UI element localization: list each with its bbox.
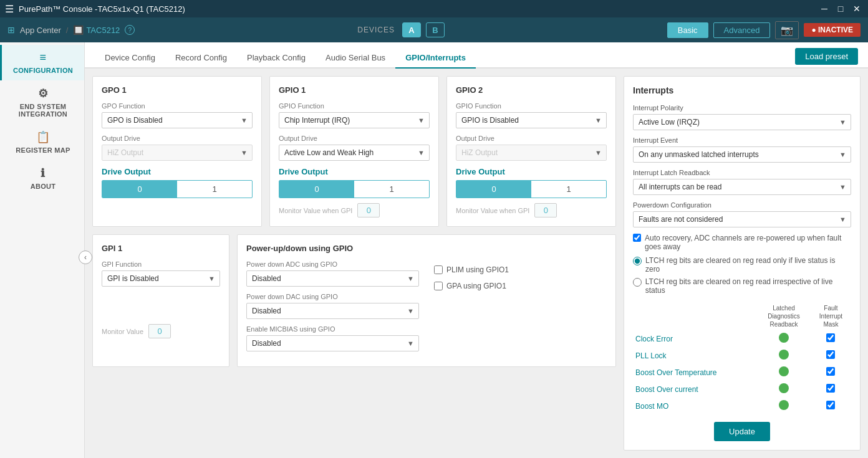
camera-button[interactable]: 📷: [775, 21, 799, 39]
gpio2-title: GPIO 2: [456, 85, 607, 95]
gpi1-function-select[interactable]: GPI is Disabled Power Down Control: [102, 270, 220, 287]
power-panel: Power-up/down using GPIO Power down ADC …: [237, 234, 616, 367]
inactive-button[interactable]: ● INACTIVE: [804, 23, 861, 37]
latch-label: Interrupt Latch Readback: [633, 169, 851, 176]
advanced-mode-button[interactable]: Advanced: [713, 22, 771, 38]
polarity-label: Interrupt Polarity: [633, 104, 851, 112]
gpa-checkbox[interactable]: [434, 282, 443, 290]
adc-label: Power down ADC using GPIO: [246, 260, 419, 268]
diag-row-check[interactable]: [811, 398, 851, 414]
breadcrumb-sep: /: [66, 26, 69, 35]
gpo1-title: GPO 1: [102, 85, 253, 95]
powerdown-select[interactable]: Faults are not considered Faults are con…: [633, 211, 851, 227]
sidebar-item-register-map[interactable]: 📋 REGISTER MAP: [0, 124, 84, 160]
radio1-input[interactable]: [633, 257, 642, 265]
radio2-row[interactable]: LTCH reg bits are cleared on reg read ir…: [633, 277, 851, 295]
close-button[interactable]: ✕: [851, 4, 863, 14]
event-select-wrap: On any unmasked latched interrupts On an…: [633, 146, 851, 163]
gpi1-monitor-row: Monitor Value 0: [102, 324, 220, 338]
gpi1-monitor-label: Monitor Value: [102, 328, 143, 335]
diag-row-check[interactable]: [811, 364, 851, 381]
gpio2-toggle-1[interactable]: 1: [531, 181, 606, 198]
micbias-select[interactable]: Disabled GPIO1 GPIO2: [246, 335, 419, 351]
adc-select[interactable]: Disabled GPIO1 GPIO2: [246, 270, 419, 287]
power-col-right: PLIM using GPIO1 GPA using GPIO1: [434, 260, 607, 358]
diag-checkbox[interactable]: [826, 333, 835, 342]
event-select[interactable]: On any unmasked latched interrupts On an…: [633, 146, 851, 163]
collapse-sidebar-button[interactable]: ‹: [79, 250, 92, 264]
gpio2-drive-output-label: Drive Output: [456, 167, 607, 176]
sidebar-item-about-label: ABOUT: [31, 183, 56, 190]
diag-row-check[interactable]: [811, 381, 851, 398]
gpo1-toggle-1[interactable]: 1: [177, 181, 252, 198]
tab-audio-serial-bus[interactable]: Audio Serial Bus: [316, 48, 395, 69]
polarity-select[interactable]: Active Low (IRQZ) Active High: [633, 114, 851, 130]
gpio1-monitor-value: 0: [357, 203, 380, 217]
gpo1-drive-select[interactable]: HiZ Output: [102, 145, 253, 161]
diagnostics-table: LatchedDiagnosticsReadback FaultInterrup…: [633, 302, 851, 414]
diag-row-check[interactable]: [811, 330, 851, 347]
tab-device-config[interactable]: Device Config: [95, 48, 165, 69]
app-center-link[interactable]: App Center: [20, 26, 61, 35]
tab-gpio-interrupts[interactable]: GPIO/Interrupts: [395, 48, 476, 69]
gpio2-function-select-wrap: GPIO is Disabled Chip Interrupt (IRQ) Dr…: [456, 112, 607, 128]
gpio2-function-select[interactable]: GPIO is Disabled Chip Interrupt (IRQ) Dr…: [456, 112, 607, 128]
device-link[interactable]: 🔲 TAC5212 ?: [73, 25, 135, 35]
dac-select[interactable]: Disabled GPIO1 GPIO2: [246, 303, 419, 319]
minimize-button[interactable]: ─: [818, 4, 831, 14]
auto-recovery-checkbox[interactable]: [633, 234, 641, 242]
gpio1-drive-select-wrap: HiZ Output Active Low and Weak High ▼: [279, 145, 430, 161]
radio2-input[interactable]: [633, 278, 642, 287]
diag-checkbox[interactable]: [826, 401, 835, 409]
maximize-button[interactable]: □: [834, 4, 847, 14]
help-icon[interactable]: ?: [125, 25, 135, 35]
gpio1-title: GPIO 1: [279, 85, 430, 95]
diag-row-green: [757, 347, 811, 364]
gpio2-function-label: GPIO Function: [456, 102, 607, 110]
gpio1-toggle-0[interactable]: 0: [279, 181, 354, 198]
gpo1-toggle-0[interactable]: 0: [102, 181, 177, 198]
gpi1-panel: GPI 1 GPI Function GPI is Disabled Power…: [92, 234, 229, 367]
sidebar-item-configuration[interactable]: ≡ CONFIGURATION: [0, 45, 84, 80]
gpio1-drive-select[interactable]: HiZ Output Active Low and Weak High: [279, 145, 430, 161]
table-row: Boost MO: [633, 398, 851, 414]
gpio1-monitor-row: Monitor Value when GPI 0: [279, 203, 430, 217]
diag-row-green: [757, 381, 811, 398]
green-circle-icon: [779, 350, 789, 360]
gpio1-toggle-1[interactable]: 1: [354, 181, 429, 198]
latch-select[interactable]: All interrupts can be read Only latched …: [633, 179, 851, 195]
interrupts-panel: Interrupts Interrupt Polarity Active Low…: [624, 76, 861, 451]
gpio1-function-select-wrap: GPIO is Disabled Chip Interrupt (IRQ) Dr…: [279, 112, 430, 128]
device-b-button[interactable]: B: [426, 22, 445, 37]
gpio2-drive-select[interactable]: HiZ Output: [456, 145, 607, 161]
gpi1-title: GPI 1: [102, 244, 220, 253]
sidebar-item-register-map-label: REGISTER MAP: [16, 146, 70, 154]
diag-checkbox[interactable]: [826, 384, 835, 393]
gpio1-toggle: 0 1: [279, 180, 430, 198]
tab-playback-config[interactable]: Playback Config: [237, 48, 316, 69]
diag-row-check[interactable]: [811, 347, 851, 364]
radio1-label: LTCH reg bits are cleared on reg read on…: [645, 256, 851, 274]
gpo1-function-select[interactable]: GPO is Disabled Drive Output Chip Interr…: [102, 112, 253, 128]
diag-row-name: Boost Over Temperature: [633, 364, 757, 381]
basic-mode-button[interactable]: Basic: [667, 22, 708, 38]
device-a-button[interactable]: A: [402, 22, 421, 37]
plim-checkbox[interactable]: [434, 265, 443, 274]
gpio1-function-select[interactable]: GPIO is Disabled Chip Interrupt (IRQ) Dr…: [279, 112, 430, 128]
auto-recovery-row: Auto recovery, ADC channels are re-power…: [633, 234, 851, 251]
load-preset-button[interactable]: Load preset: [795, 48, 858, 65]
dac-select-wrap: Disabled GPIO1 GPIO2 ▼: [246, 303, 419, 319]
diag-checkbox[interactable]: [826, 367, 835, 376]
sidebar-item-about[interactable]: ℹ ABOUT: [0, 160, 84, 196]
menu-icon[interactable]: ☰: [5, 3, 14, 15]
end-system-icon: ⚙: [38, 87, 48, 100]
diag-row-name: PLL Lock: [633, 347, 757, 364]
sidebar-item-end-system[interactable]: ⚙ END SYSTEM INTEGRATION: [0, 80, 84, 124]
configuration-icon: ≡: [40, 51, 47, 64]
radio1-row[interactable]: LTCH reg bits are cleared on reg read on…: [633, 256, 851, 274]
interrupts-title: Interrupts: [633, 85, 851, 95]
gpio2-toggle-0[interactable]: 0: [456, 181, 531, 198]
tab-record-config[interactable]: Record Config: [165, 48, 237, 69]
diag-checkbox[interactable]: [826, 350, 835, 359]
update-button[interactable]: Update: [714, 422, 770, 441]
